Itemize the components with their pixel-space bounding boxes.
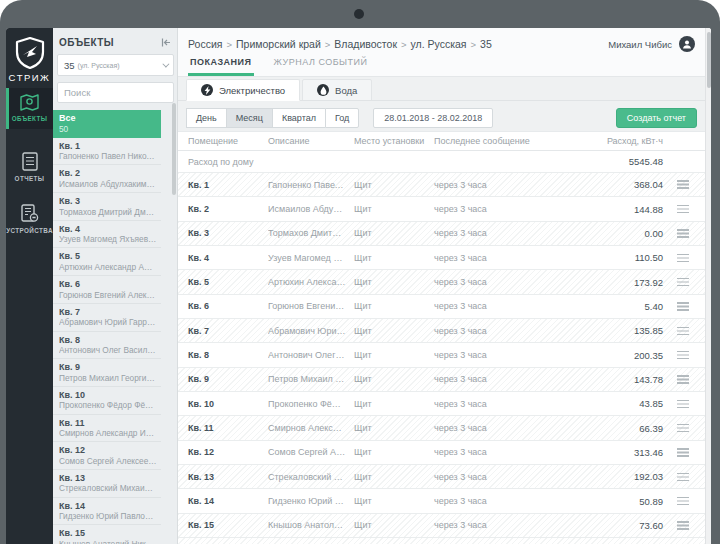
table-row[interactable]: Кв. 11 Смирнов Александ... Щит через 3 ч… bbox=[178, 416, 711, 440]
date-range-picker[interactable]: 28.01.2018 - 28.02.2018 bbox=[373, 108, 493, 128]
list-item[interactable]: Кв. 4 Узуев Магомед Яхъяевич bbox=[53, 221, 161, 249]
row-menu-icon[interactable] bbox=[677, 327, 689, 335]
list-item[interactable]: Кв. 8 Антонович Олег Васильевич bbox=[53, 332, 161, 360]
row-menu-icon[interactable] bbox=[677, 302, 689, 310]
search-input[interactable] bbox=[57, 82, 174, 103]
table-row[interactable]: Кв. 10 Прокопенко Фёдор ... Щит через 3 … bbox=[178, 392, 711, 416]
sidebar-scrollbar[interactable] bbox=[172, 103, 176, 544]
row-menu-icon[interactable] bbox=[677, 424, 689, 432]
table-row[interactable]: Кв. 6 Горюнов Евгений А... Щит через 3 ч… bbox=[178, 295, 711, 319]
cell-room: Кв. 3 bbox=[188, 228, 268, 238]
list-item[interactable]: Кв. 2 Исмаилов Абдулхаким Исаков... bbox=[53, 165, 161, 193]
device-frame: СТРИЖ ОБЪЕКТЫ ОТЧЕТЫ bbox=[0, 0, 720, 544]
list-item[interactable]: Кв. 5 Артюхин Александр Алексеев... bbox=[53, 248, 161, 276]
list-item[interactable]: Кв. 10 Прокопенко Фёдор Фёдорович bbox=[53, 387, 161, 415]
sidebar-item-reports[interactable]: ОТЧЕТЫ bbox=[6, 146, 53, 189]
list-item[interactable]: Кв. 7 Абрамович Юрий Гарриевич bbox=[53, 304, 161, 332]
row-menu-icon[interactable] bbox=[677, 400, 689, 408]
row-menu-icon[interactable] bbox=[677, 205, 689, 213]
breadcrumb-item[interactable]: 35 bbox=[480, 38, 492, 50]
scrollbar-thumb[interactable] bbox=[707, 32, 711, 88]
table-row[interactable]: Кв. 15 Кнышов Анатолий ... Щит через 3 ч… bbox=[178, 514, 711, 538]
tab-event-log[interactable]: ЖУРНАЛ СОБЫТИЙ bbox=[272, 57, 370, 76]
table-row[interactable]: Кв. 4 Узуев Магомед Яхъ... Щит через 3 ч… bbox=[178, 246, 711, 270]
list-item[interactable]: Кв. 6 Горюнов Евгений Александро... bbox=[53, 276, 161, 304]
object-selector[interactable]: 35 (ул. Русская) bbox=[57, 54, 174, 76]
breadcrumb-item[interactable]: Россия bbox=[188, 38, 222, 50]
period-button[interactable]: Месяц bbox=[226, 108, 272, 128]
app-logo[interactable]: СТРИЖ bbox=[6, 28, 53, 83]
breadcrumb-item[interactable]: Владивосток bbox=[334, 38, 397, 50]
table-row[interactable]: Кв. 13 Стрекаловский Ми... Щит через 3 ч… bbox=[178, 465, 711, 489]
sidebar-item-devices[interactable]: УСТРОЙСТВА bbox=[6, 198, 53, 241]
list-item-title: Кв. 11 bbox=[59, 418, 157, 429]
list-item[interactable]: Кв. 11 Смирнов Александр Иванович bbox=[53, 415, 161, 443]
breadcrumb-item[interactable]: Приморский край bbox=[236, 38, 321, 50]
user-menu[interactable]: Михаил Чибис bbox=[608, 36, 695, 52]
row-menu-icon[interactable] bbox=[677, 180, 689, 188]
table-row[interactable]: Кв. 12 Сомов Сергей Алек... Щит через 3 … bbox=[178, 441, 711, 465]
tab-water[interactable]: Вода bbox=[302, 79, 372, 101]
row-menu-icon[interactable] bbox=[677, 278, 689, 286]
cell-consumption: 0.00 bbox=[645, 228, 664, 239]
table-row[interactable]: Кв. 5 Артюхин Александ... Щит через 3 ча… bbox=[178, 270, 711, 294]
cell-install-place: Щит bbox=[354, 204, 434, 214]
tab-water-label: Вода bbox=[335, 85, 357, 96]
tab-electricity[interactable]: Электричество bbox=[186, 79, 300, 101]
cell-last-message: через 3 часа bbox=[434, 253, 585, 263]
sidebar-item-label: УСТРОЙСТВА bbox=[6, 227, 53, 234]
cell-description: Горюнов Евгений А... bbox=[268, 301, 354, 311]
row-menu-icon[interactable] bbox=[677, 229, 689, 237]
strizh-logo-icon bbox=[15, 37, 45, 69]
table-row[interactable]: Кв. 1 Гапоненко Павел Н... Щит через 3 ч… bbox=[178, 173, 711, 197]
sidebar-item-objects[interactable]: ОБЪЕКТЫ bbox=[6, 88, 53, 129]
cell-room: Кв. 15 bbox=[188, 520, 268, 530]
table-row[interactable]: Кв. 2 Исмаилов Абдулха... Щит через 3 ча… bbox=[178, 197, 711, 221]
breadcrumb-item[interactable]: ул. Русская bbox=[411, 38, 467, 50]
list-item[interactable]: Кв. 14 Гидзенко Юрий Павлович bbox=[53, 498, 161, 526]
cell-description: Тормахов Дмитрий ... bbox=[268, 228, 354, 238]
table-row[interactable]: Кв. 7 Абрамович Юрий Г... Щит через 3 ча… bbox=[178, 319, 711, 343]
camera-dot bbox=[354, 9, 364, 19]
cell-description: Антонович Олег Ва... bbox=[268, 350, 354, 360]
create-report-button[interactable]: Создать отчет bbox=[616, 108, 697, 128]
cell-room: Кв. 10 bbox=[188, 399, 268, 409]
row-menu-icon[interactable] bbox=[677, 473, 689, 481]
cell-consumption: 200.35 bbox=[634, 350, 663, 361]
table-row[interactable]: Кв. 3 Тормахов Дмитрий ... Щит через 3 ч… bbox=[178, 222, 711, 246]
row-menu-icon[interactable] bbox=[677, 254, 689, 262]
scrollbar-thumb[interactable] bbox=[172, 103, 176, 195]
list-item-title: Кв. 7 bbox=[59, 307, 157, 318]
main-area: Россия>Приморский край>Владивосток>ул. Р… bbox=[178, 28, 711, 544]
list-item[interactable]: Кв. 13 Стрекаловский Михаил Михай... bbox=[53, 470, 161, 498]
table-row[interactable]: Кв. 9 Петров Михаил Гео... Щит через 3 ч… bbox=[178, 368, 711, 392]
table-row[interactable]: Кв. 8 Антонович Олег Ва... Щит через 3 ч… bbox=[178, 343, 711, 367]
list-item[interactable]: Кв. 3 Тормахов Дмитрий Дмитриев... bbox=[53, 193, 161, 221]
period-button[interactable]: Квартал bbox=[272, 108, 325, 128]
row-menu-icon[interactable] bbox=[677, 351, 689, 359]
period-button[interactable]: Год bbox=[325, 108, 359, 128]
resource-tabs: Электричество Вода bbox=[178, 77, 711, 101]
cell-last-message: через 3 часа bbox=[434, 472, 585, 482]
list-item[interactable]: Кв. 12 Сомов Сергей Алексеевич bbox=[53, 442, 161, 470]
readings-table: Помещение Описание Место установки После… bbox=[178, 131, 711, 544]
collapse-panel-icon[interactable] bbox=[161, 38, 171, 47]
cell-consumption: 368.04 bbox=[634, 179, 663, 190]
avatar bbox=[679, 36, 695, 52]
tab-readings[interactable]: ПОКАЗАНИЯ bbox=[188, 57, 254, 76]
row-menu-icon[interactable] bbox=[677, 448, 689, 456]
list-item[interactable]: Кв. 1 Гапоненко Павел Николаевич bbox=[53, 138, 161, 166]
sidebar-item-label: ОБЪЕКТЫ bbox=[12, 115, 48, 122]
period-button[interactable]: День bbox=[186, 108, 226, 128]
table-row[interactable]: Кв. 14 Гидзенко Юрий Пав... Щит через 3 … bbox=[178, 489, 711, 513]
cell-room: Кв. 5 bbox=[188, 277, 268, 287]
list-item[interactable]: Кв. 15 Кнышов Анатолий Николаевич bbox=[53, 525, 161, 544]
list-item[interactable]: Кв. 9 Петров Михаил Георгиевич bbox=[53, 359, 161, 387]
row-menu-icon[interactable] bbox=[677, 497, 689, 505]
main-scrollbar[interactable] bbox=[705, 28, 711, 544]
row-menu-icon[interactable] bbox=[677, 375, 689, 383]
list-item[interactable]: Все 50 bbox=[53, 110, 161, 138]
list-item-title: Кв. 13 bbox=[59, 473, 157, 484]
app-window: СТРИЖ ОБЪЕКТЫ ОТЧЕТЫ bbox=[6, 28, 711, 544]
row-menu-icon[interactable] bbox=[677, 521, 689, 529]
